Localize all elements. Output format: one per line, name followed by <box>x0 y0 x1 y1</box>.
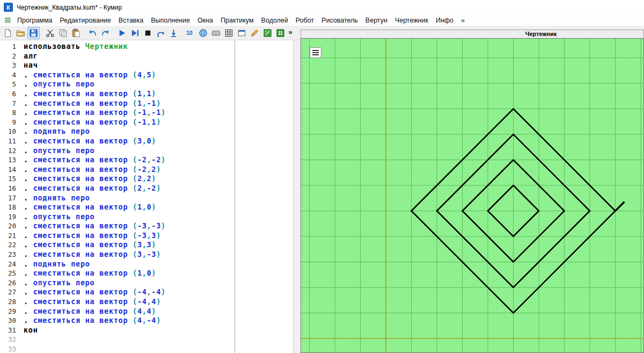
code-text: . сместиться на вектор (1,1) <box>19 89 156 99</box>
code-line[interactable]: 17. поднять перо <box>0 193 294 203</box>
code-line[interactable]: 26. опустить перо <box>0 278 294 288</box>
code-text: . сместиться на вектор (4,-4) <box>19 316 161 326</box>
code-text: . поднять перо <box>19 127 90 136</box>
code-line[interactable]: 33 <box>0 344 294 353</box>
code-line[interactable]: 6. сместиться на вектор (1,1) <box>0 89 294 99</box>
redo-icon <box>101 28 110 38</box>
toolbar-group <box>44 27 83 39</box>
menu-item-menu-overflow[interactable]: » <box>457 16 469 25</box>
new-file-button[interactable] <box>2 27 14 39</box>
code-line[interactable]: 14. сместиться на вектор (-2,2) <box>0 165 294 175</box>
copy-button[interactable] <box>57 27 69 39</box>
menu-item-chertezhnik[interactable]: Чертежник <box>391 16 432 25</box>
code-line[interactable]: 2алг <box>0 52 294 61</box>
actor-window-button[interactable] <box>274 27 287 39</box>
code-line[interactable]: 9. сместиться на вектор (-1,1) <box>0 118 294 127</box>
menu-item-okna[interactable]: Окна <box>194 16 217 25</box>
code-line[interactable]: 24. поднять перо <box>0 260 294 269</box>
code-line[interactable]: 31кон <box>0 326 294 335</box>
open-folder-icon <box>16 28 25 38</box>
menu-item-programma[interactable]: Программа <box>13 16 56 25</box>
undo-button[interactable] <box>86 27 99 39</box>
drawer-window-button[interactable] <box>261 27 274 39</box>
step-into-button[interactable] <box>167 27 180 39</box>
edit-mode-button[interactable] <box>248 27 261 39</box>
paste-button[interactable] <box>70 27 82 39</box>
menu-item-vypolnenie[interactable]: Выполнение <box>147 16 194 25</box>
code-text: . опустить перо <box>19 212 94 222</box>
line-number: 22 <box>0 240 19 250</box>
line-number: 16 <box>0 184 19 193</box>
stop-button[interactable] <box>142 27 154 39</box>
toolbar-overflow-button[interactable]: » <box>286 28 295 36</box>
kumir-logo-icon: К <box>4 3 13 12</box>
line-number: 5 <box>0 80 19 89</box>
menu-item-risovatel[interactable]: Рисователь <box>318 16 362 25</box>
code-area[interactable]: 1использовать Чертежник2алг3нач4. смести… <box>0 42 294 353</box>
menu-item-redaktirovanie[interactable]: Редактирование <box>56 16 115 25</box>
menu-item-praktikum[interactable]: Практикум <box>217 16 258 25</box>
code-line[interactable]: 15. сместиться на вектор (2,2) <box>0 174 294 184</box>
code-line[interactable]: 27. сместиться на вектор (-4,-4) <box>0 287 294 297</box>
code-line[interactable]: 28. сместиться на вектор (-4,4) <box>0 297 294 307</box>
menu-bar: ПрограммаРедактированиеВставкаВыполнение… <box>0 15 644 26</box>
line-number: 4 <box>0 70 19 80</box>
code-line[interactable]: 3нач <box>0 61 294 70</box>
code-text: . сместиться на вектор (1,-1) <box>19 99 161 109</box>
code-line[interactable]: 32 <box>0 335 294 344</box>
save-file-button[interactable] <box>27 27 40 39</box>
canvas-background <box>301 39 643 352</box>
code-line[interactable]: 8. сместиться на вектор (-1,-1) <box>0 108 294 118</box>
line-number: 14 <box>0 165 19 175</box>
canvas-menu-button[interactable] <box>310 47 321 58</box>
code-line[interactable]: 22. сместиться на вектор (3,3) <box>0 240 294 250</box>
code-line[interactable]: 20. сместиться на вектор (-3,-3) <box>0 221 294 231</box>
pane-splitter[interactable] <box>295 40 301 353</box>
code-text: кон <box>19 326 38 335</box>
menu-bar-items: ПрограммаРедактированиеВставкаВыполнение… <box>13 16 469 25</box>
robot-field-button[interactable] <box>223 27 235 39</box>
menu-item-info[interactable]: Инфо <box>432 16 457 25</box>
code-line[interactable]: 30. сместиться на вектор (4,-4) <box>0 316 294 326</box>
run-button[interactable] <box>116 27 128 39</box>
toggle-line-numbers-button[interactable]: 10 <box>184 27 196 39</box>
code-line[interactable]: 18. сместиться на вектор (1,0) <box>0 203 294 212</box>
code-line[interactable]: 25. сместиться на вектор (1,0) <box>0 269 294 278</box>
menu-item-vertun[interactable]: Вертун <box>362 16 391 25</box>
code-line[interactable]: 10. поднять перо <box>0 127 294 136</box>
step-over-button[interactable] <box>155 27 167 39</box>
cut-button[interactable] <box>44 27 56 39</box>
code-text: нач <box>19 61 38 70</box>
code-line[interactable]: 21. сместиться на вектор (-3,3) <box>0 231 294 241</box>
code-text: . сместиться на вектор (-2,2) <box>19 165 161 175</box>
drawer-panel-title[interactable]: Чертежник <box>301 30 644 38</box>
code-text: . сместиться на вектор (-4,4) <box>19 297 161 307</box>
open-file-button[interactable] <box>14 27 27 39</box>
code-line[interactable]: 11. сместиться на вектор (3,0) <box>0 136 294 146</box>
code-line[interactable]: 13. сместиться на вектор (-2,-2) <box>0 155 294 165</box>
line-numbers-icon: 10 <box>186 28 195 38</box>
run-to-end-button[interactable] <box>129 27 141 39</box>
code-line[interactable]: 12. опустить перо <box>0 146 294 156</box>
menu-item-robot[interactable]: Робот <box>292 16 318 25</box>
code-line[interactable]: 19. опустить перо <box>0 212 294 222</box>
menu-item-vodoley[interactable]: Водолей <box>258 16 292 25</box>
code-line[interactable]: 4. сместиться на вектор (4,5) <box>0 70 294 80</box>
code-line[interactable]: 1использовать Чертежник <box>0 42 294 52</box>
code-line[interactable]: 16. сместиться на вектор (2,-2) <box>0 184 294 193</box>
code-line[interactable]: 5. опустить перо <box>0 80 294 89</box>
code-line[interactable]: 23. сместиться на вектор (3,-3) <box>0 250 294 260</box>
keyboard-icon <box>211 28 221 38</box>
redo-button[interactable] <box>99 27 112 39</box>
editor-pane[interactable]: 1использовать Чертежник2алг3нач4. смести… <box>0 40 294 353</box>
windows-button[interactable] <box>236 27 248 39</box>
code-text: . опустить перо <box>19 146 94 156</box>
keyboard-layout-button[interactable] <box>210 27 222 39</box>
code-line[interactable]: 7. сместиться на вектор (1,-1) <box>0 99 294 109</box>
undo-icon <box>88 28 97 38</box>
pencil-icon <box>250 28 259 38</box>
menu-item-vstavka[interactable]: Вставка <box>115 16 147 25</box>
code-line[interactable]: 29. сместиться на вектор (4,4) <box>0 307 294 316</box>
line-number: 6 <box>0 89 19 99</box>
language-button[interactable] <box>197 27 209 39</box>
